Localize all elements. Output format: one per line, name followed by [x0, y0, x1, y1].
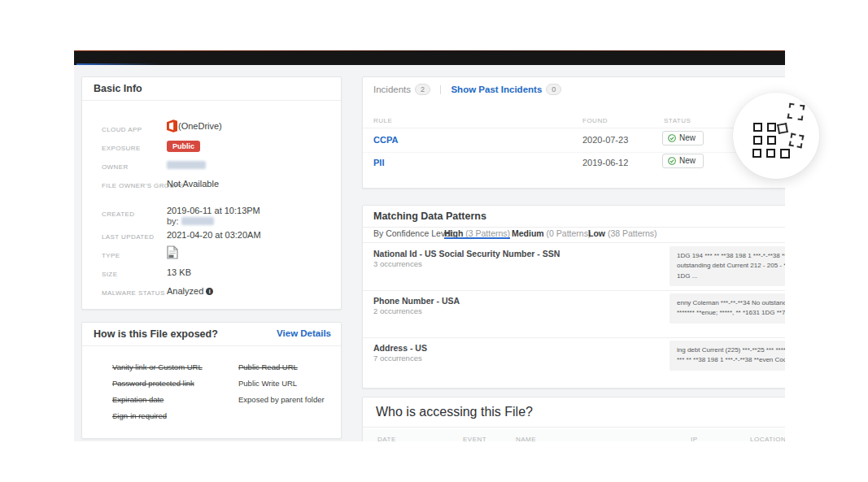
confidence-tabs: By Confidence Level: High (3 Patterns) M…	[363, 228, 785, 243]
cloud-app-label: CLOUD APP	[102, 126, 142, 133]
who-accessing-title: Who is accessing this File?	[363, 397, 785, 428]
col-status: STATUS	[664, 117, 691, 124]
exposure-item-expiration: Expiration date	[112, 395, 164, 404]
col-rule: RULE	[373, 117, 392, 124]
col-found: FOUND	[582, 117, 608, 124]
created-label: CREATED	[102, 211, 134, 218]
incident-rule-link[interactable]: PII	[373, 158, 384, 167]
incident-status-button[interactable]: New	[662, 131, 704, 145]
matching-patterns-title: Matching Data Patterns	[363, 206, 785, 228]
incidents-header: Incidents2 Show Past Incidents0	[373, 84, 561, 95]
tab-high[interactable]: High (3 Patterns)	[444, 228, 510, 238]
pattern-name: Address - US	[373, 343, 427, 353]
pattern-occurrences: 2 occurrences	[373, 306, 422, 315]
exposure-item-vanity: Vanity link or Custom URL	[112, 363, 203, 371]
pattern-snippet: 1DG 194 *** ** **38 198 1 ***-*-**38 ** …	[670, 246, 785, 286]
exposure-item-parent-folder: Exposed by parent folder	[238, 395, 325, 404]
last-updated-label: LAST UPDATED	[102, 233, 155, 241]
show-past-incidents-link[interactable]: Show Past Incidents	[451, 85, 542, 94]
office-logo-icon	[167, 119, 177, 132]
info-icon[interactable]: i	[206, 288, 213, 295]
col-name: NAME	[516, 436, 536, 441]
view-details-link[interactable]: View Details	[277, 328, 331, 338]
cloud-app-value: (OneDrive)	[167, 119, 222, 132]
exposure-item-password: Password protected link	[112, 379, 194, 388]
exposure-item-public-write: Public Write URL	[238, 379, 297, 388]
incident-found-date: 2019-06-12	[582, 158, 628, 167]
created-by-label: by:	[167, 216, 179, 226]
window-top-bar	[74, 50, 785, 65]
confidence-filter-label: By Confidence Level:	[373, 228, 454, 238]
incident-found-date: 2020-07-23	[582, 135, 628, 145]
basic-info-card: Basic Info CLOUD APP (OneDrive) EXPOSURE…	[81, 76, 342, 310]
divider	[440, 85, 441, 94]
who-table-header: DATE EVENT NAME IP LOCATION	[363, 429, 785, 441]
cloud-app-name: (OneDrive)	[178, 121, 222, 131]
pattern-row-phone: Phone Number - USA 2 occurrences enny Co…	[363, 290, 785, 338]
doc-file-icon	[167, 245, 178, 263]
size-value: 13 KB	[167, 267, 191, 277]
created-by-redacted	[181, 217, 214, 225]
decorative-circle	[733, 93, 819, 179]
pattern-row-ssn: National Id - US Social Security Number …	[363, 243, 785, 291]
col-location: LOCATION	[750, 436, 785, 441]
file-exposed-title: How is this File exposed?	[94, 328, 218, 340]
exposure-item-signin: Sign-in required	[112, 411, 167, 420]
owner-label: OWNER	[102, 163, 129, 171]
file-exposed-card: How is this File exposed? View Details V…	[81, 322, 342, 439]
exposure-label: EXPOSURE	[102, 145, 141, 152]
created-value: 2019-06-11 at 10:13PM	[167, 206, 260, 215]
matching-patterns-card: Matching Data Patterns By Confidence Lev…	[362, 205, 785, 389]
tab-medium[interactable]: Medium (0 Patterns)	[512, 228, 591, 238]
col-event: EVENT	[463, 436, 486, 441]
pattern-snippet: ing debt Current (225) ***-**25 *** ****…	[670, 341, 785, 371]
incident-rule-link[interactable]: CCPA	[373, 135, 398, 145]
owner-value-redacted	[167, 161, 206, 169]
incidents-card: Incidents2 Show Past Incidents0 RULE FOU…	[362, 76, 785, 189]
exposure-item-public-read: Public Read URL	[238, 363, 298, 371]
past-incidents-count-badge: 0	[546, 84, 561, 95]
tab-low[interactable]: Low (38 Patterns)	[588, 228, 657, 238]
exposure-public-badge: Public	[167, 141, 200, 152]
who-accessing-card: Who is accessing this File? DATE EVENT N…	[362, 397, 785, 441]
incidents-count-badge: 2	[415, 84, 430, 95]
content-area: Basic Info CLOUD APP (OneDrive) EXPOSURE…	[74, 65, 785, 441]
pattern-row-address: Address - US 7 occurrences ing debt Curr…	[363, 337, 785, 384]
col-ip: IP	[691, 436, 698, 441]
basic-info-title: Basic Info	[82, 77, 341, 101]
check-circle-icon	[668, 134, 676, 142]
pattern-name: Phone Number - USA	[373, 296, 460, 306]
divider	[363, 152, 785, 153]
app-window: Basic Info CLOUD APP (OneDrive) EXPOSURE…	[74, 50, 785, 441]
malware-status-value: Analyzedi	[167, 286, 213, 296]
pattern-name: National Id - US Social Security Number …	[373, 249, 560, 258]
divider	[363, 128, 785, 128]
last-updated-value: 2021-04-20 at 03:20AM	[167, 230, 261, 240]
type-label: TYPE	[102, 252, 120, 259]
col-date: DATE	[377, 436, 396, 441]
incidents-title: Incidents	[373, 85, 411, 94]
file-owners-groups-value: Not Available	[167, 179, 219, 189]
pattern-occurrences: 7 occurrences	[373, 354, 422, 363]
pattern-occurrences: 3 occurrences	[373, 259, 422, 268]
incident-status-button[interactable]: New	[662, 154, 704, 168]
size-label: SIZE	[102, 271, 117, 278]
pattern-snippet: enny Coleman ***-**-**34 No outstandi **…	[670, 293, 785, 324]
file-exposed-header: How is this File exposed? View Details	[82, 323, 341, 346]
check-circle-icon	[668, 157, 676, 165]
malware-status-label: MALWARE STATUS	[102, 289, 165, 297]
